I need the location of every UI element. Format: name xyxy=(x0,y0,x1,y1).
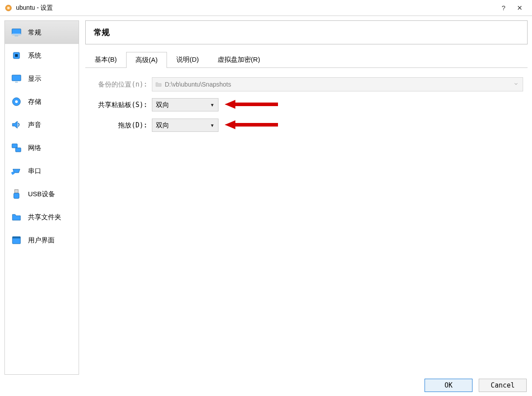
svg-rect-3 xyxy=(12,34,21,35)
sidebar-item-serial[interactable]: 串口 xyxy=(5,159,79,182)
svg-rect-12 xyxy=(12,144,17,148)
dragdrop-value: 双向 xyxy=(156,121,210,130)
help-button[interactable]: ? xyxy=(496,1,512,15)
svg-rect-17 xyxy=(14,193,19,198)
svg-rect-4 xyxy=(15,36,18,36)
sidebar-item-shared[interactable]: 共享文件夹 xyxy=(5,206,79,229)
sidebar-item-label: 声音 xyxy=(28,121,41,129)
chip-icon xyxy=(11,50,22,61)
client-area: 常规 系统 显示 存储 声音 xyxy=(0,16,532,375)
svg-point-1 xyxy=(7,7,10,9)
svg-marker-21 xyxy=(225,100,235,109)
sidebar-item-label: USB设备 xyxy=(28,190,55,198)
cancel-button[interactable]: Cancel xyxy=(479,379,527,392)
svg-marker-11 xyxy=(12,121,17,128)
clipboard-value: 双向 xyxy=(156,101,210,109)
sidebar: 常规 系统 显示 存储 声音 xyxy=(4,20,79,375)
sidebar-item-label: 常规 xyxy=(28,28,41,37)
sidebar-item-ui[interactable]: 用户界面 xyxy=(5,229,79,252)
sidebar-item-audio[interactable]: 声音 xyxy=(5,113,79,136)
sidebar-item-general[interactable]: 常规 xyxy=(5,21,79,44)
network-icon xyxy=(11,143,22,153)
sidebar-item-label: 显示 xyxy=(28,75,41,83)
ok-button[interactable]: OK xyxy=(425,379,472,392)
dragdrop-label: 拖放(D): xyxy=(85,121,147,130)
sidebar-item-label: 用户界面 xyxy=(28,236,55,245)
svg-marker-14 xyxy=(13,169,20,173)
speaker-icon xyxy=(11,119,22,130)
titlebar: ubuntu - 设置 ? ✕ xyxy=(0,0,532,16)
row-clipboard: 共享粘贴板(S): 双向 ▼ xyxy=(85,95,523,115)
sidebar-item-storage[interactable]: 存储 xyxy=(5,90,79,113)
page-header: 常规 xyxy=(85,20,528,44)
form: 备份的位置(n): D:\vb\ubuntu\Snapshots 共享粘贴板(S… xyxy=(85,68,528,135)
tab-advanced[interactable]: 高级(A) xyxy=(126,52,167,68)
svg-rect-8 xyxy=(15,82,18,83)
page-title: 常规 xyxy=(94,27,519,38)
sidebar-item-network[interactable]: 网络 xyxy=(5,136,79,159)
clipboard-label: 共享粘贴板(S): xyxy=(85,101,147,109)
dropdown-icon: ▼ xyxy=(210,123,214,128)
close-button[interactable]: ✕ xyxy=(512,1,528,15)
svg-rect-6 xyxy=(15,54,18,57)
snapshot-path-field[interactable]: D:\vb\ubuntu\Snapshots xyxy=(152,77,523,91)
folder-icon xyxy=(152,81,165,88)
disk-icon xyxy=(11,96,22,107)
row-dragdrop: 拖放(D): 双向 ▼ xyxy=(85,115,523,135)
sidebar-item-label: 系统 xyxy=(28,51,41,60)
serial-icon xyxy=(11,166,22,176)
clipboard-select[interactable]: 双向 ▼ xyxy=(152,98,218,111)
tab-encryption[interactable]: 虚拟盘加密(R) xyxy=(208,51,270,67)
sidebar-item-display[interactable]: 显示 xyxy=(5,67,79,90)
sidebar-item-label: 共享文件夹 xyxy=(28,213,61,222)
tabs: 基本(B) 高级(A) 说明(D) 虚拟盘加密(R) xyxy=(85,51,528,68)
dragdrop-select[interactable]: 双向 ▼ xyxy=(152,119,218,132)
snapshot-path-value: D:\vb\ubuntu\Snapshots xyxy=(165,81,509,88)
chevron-down-icon[interactable] xyxy=(509,81,523,88)
window-title: ubuntu - 设置 xyxy=(16,4,496,12)
svg-rect-13 xyxy=(16,148,21,152)
dropdown-icon: ▼ xyxy=(210,103,214,107)
annotation-arrow xyxy=(225,99,278,111)
folder-icon xyxy=(11,212,22,222)
tab-basic[interactable]: 基本(B) xyxy=(85,51,126,67)
sidebar-item-label: 串口 xyxy=(28,167,41,175)
svg-marker-23 xyxy=(225,120,235,129)
monitor-icon xyxy=(11,27,22,38)
sidebar-item-system[interactable]: 系统 xyxy=(5,44,79,67)
window-icon xyxy=(11,235,22,246)
gear-icon xyxy=(4,4,12,12)
content: 常规 基本(B) 高级(A) 说明(D) 虚拟盘加密(R) 备份的位置(n): … xyxy=(85,20,528,375)
svg-rect-16 xyxy=(15,190,18,193)
svg-rect-7 xyxy=(12,75,21,81)
svg-rect-19 xyxy=(12,237,20,238)
sidebar-item-label: 网络 xyxy=(28,144,41,152)
annotation-arrow xyxy=(225,119,278,131)
row-snapshot: 备份的位置(n): D:\vb\ubuntu\Snapshots xyxy=(85,74,523,95)
snapshot-label: 备份的位置(n): xyxy=(85,80,147,89)
footer: OK Cancel xyxy=(0,375,532,396)
svg-point-10 xyxy=(15,100,18,103)
sidebar-item-label: 存储 xyxy=(28,98,41,106)
display-icon xyxy=(11,73,22,84)
usb-icon xyxy=(11,189,22,199)
tab-description[interactable]: 说明(D) xyxy=(167,51,208,67)
sidebar-item-usb[interactable]: USB设备 xyxy=(5,182,79,206)
